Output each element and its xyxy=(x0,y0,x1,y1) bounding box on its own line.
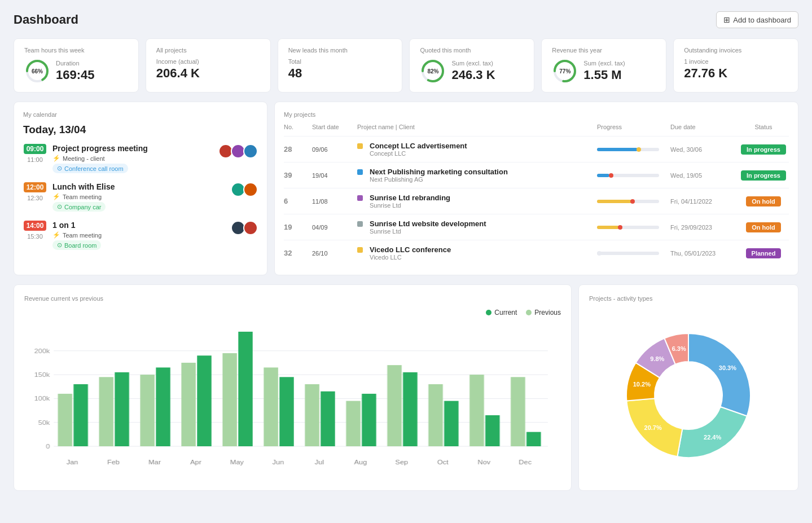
col-due-header: Due date xyxy=(670,124,738,130)
project-status: Planned xyxy=(738,248,789,258)
activity-chart-title: Projects - activity types xyxy=(589,295,788,302)
project-status: On hold xyxy=(738,196,789,206)
page-header: Dashboard ⊞ Add to dashboard xyxy=(14,11,798,28)
stat-label: Team hours this week xyxy=(24,47,128,54)
stat-value: 48 xyxy=(288,66,392,81)
project-due: Thu, 05/01/2023 xyxy=(670,250,738,257)
event-details: Project progress meeting ⚡ Meeting - cli… xyxy=(52,144,213,173)
projects-card: My projects No. Start date Project name … xyxy=(274,102,798,275)
projects-section-label: My projects xyxy=(284,111,789,118)
project-name-cell: Concept LLC advertisement Concept LLC xyxy=(357,142,597,157)
project-progress xyxy=(597,200,670,203)
stat-sub: Duration xyxy=(56,60,95,67)
event-meta: ⚡ Meeting - client xyxy=(52,155,213,162)
stat-sub: Sum (excl. tax) xyxy=(451,60,495,67)
project-progress xyxy=(597,148,670,151)
stat-label: Outstanding invoices xyxy=(684,47,788,54)
col-start-header: Start date xyxy=(312,124,357,130)
event-tag: ⊙ Board room xyxy=(52,240,101,250)
project-row-4[interactable]: 32 26/10 Vicedo LLC conference Vicedo LL… xyxy=(284,240,789,266)
avatar xyxy=(243,182,258,197)
stat-label: All projects xyxy=(156,47,260,54)
event-time: 09:00 11:00 xyxy=(23,144,47,164)
event-meta: ⚡ Team meeting xyxy=(52,231,225,239)
svg-text:22.4%: 22.4% xyxy=(704,434,721,441)
stat-card-0: Team hours this week 66% Duration 169:45 xyxy=(14,38,139,93)
event-title: 1 on 1 xyxy=(52,221,225,230)
project-no: 39 xyxy=(284,171,312,179)
revenue-chart-canvas xyxy=(24,311,561,469)
stat-sub: Income (actual) xyxy=(156,58,260,65)
calendar-event-0: 09:00 11:00 Project progress meeting ⚡ M… xyxy=(23,144,258,173)
event-tag: ⊙ Conference call room xyxy=(52,164,128,173)
svg-text:9.8%: 9.8% xyxy=(650,355,664,362)
calendar-card: My calendar Today, 13/04 09:00 11:00 Pro… xyxy=(14,102,267,275)
event-time: 12:00 12:30 xyxy=(23,182,47,202)
project-progress xyxy=(597,174,670,177)
project-due: Fri, 04/11/2022 xyxy=(670,198,738,205)
event-details: Lunch with Elise ⚡ Team meeting ⊙ Compan… xyxy=(52,182,225,212)
add-dashboard-button[interactable]: ⊞ Add to dashboard xyxy=(716,11,798,28)
stat-card-3: Quoted this month 82% Sum (excl. tax) 24… xyxy=(409,38,534,93)
stat-value: 206.4 K xyxy=(156,66,260,81)
project-row-2[interactable]: 6 11/08 Sunrise Ltd rebranding Sunrise L… xyxy=(284,188,789,214)
project-status: On hold xyxy=(738,222,789,232)
project-progress xyxy=(597,252,670,255)
event-details: 1 on 1 ⚡ Team meeting ⊙ Board room xyxy=(52,221,225,250)
project-start: 11/08 xyxy=(312,198,357,205)
svg-text:6.3%: 6.3% xyxy=(672,345,686,352)
project-start: 09/06 xyxy=(312,146,357,153)
main-row: My calendar Today, 13/04 09:00 11:00 Pro… xyxy=(14,102,798,275)
event-title: Project progress meeting xyxy=(52,144,213,153)
calendar-section-label: My calendar xyxy=(23,111,258,118)
stat-card-4: Revenue this year 77% Sum (excl. tax) 1.… xyxy=(541,38,666,93)
svg-text:20.7%: 20.7% xyxy=(644,424,662,431)
calendar-event-1: 12:00 12:30 Lunch with Elise ⚡ Team meet… xyxy=(23,182,258,212)
project-due: Wed, 19/05 xyxy=(670,172,738,179)
stat-sub: Sum (excl. tax) xyxy=(583,60,625,67)
project-row-0[interactable]: 28 09/06 Concept LLC advertisement Conce… xyxy=(284,136,789,162)
project-start: 26/10 xyxy=(312,250,357,257)
event-time: 14:00 15:30 xyxy=(23,221,47,240)
stat-circle: 82% xyxy=(420,58,446,84)
project-no: 19 xyxy=(284,223,312,231)
page-title: Dashboard xyxy=(14,12,78,27)
legend-current: Current xyxy=(486,309,517,317)
stat-value-row: 77% Sum (excl. tax) 1.55 M xyxy=(552,58,656,84)
stat-label: Quoted this month xyxy=(420,47,524,54)
stat-label: New leads this month xyxy=(288,47,392,54)
donut-chart-wrap: 30.3%22.4%20.7%10.2%9.8%6.3% xyxy=(589,311,788,480)
project-start: 19/04 xyxy=(312,172,357,179)
project-status: In progress xyxy=(738,144,789,155)
project-row-1[interactable]: 39 19/04 Next Publishing marketing consu… xyxy=(284,162,789,188)
stat-circle: 66% xyxy=(24,58,50,84)
stat-value-row: 82% Sum (excl. tax) 246.3 K xyxy=(420,58,524,84)
stat-card-5: Outstanding invoices 1 invoice 27.76 K xyxy=(673,38,798,93)
event-avatars xyxy=(218,144,258,159)
stat-circle: 77% xyxy=(552,58,578,84)
col-no-header: No. xyxy=(284,124,312,130)
avatar xyxy=(243,144,258,159)
revenue-card: Revenue current vs previous Current Prev… xyxy=(14,284,572,491)
stats-row: Team hours this week 66% Duration 169:45… xyxy=(14,38,798,93)
col-status-header: Status xyxy=(738,124,789,130)
stat-pct: 77% xyxy=(559,68,570,74)
stat-value: 27.76 K xyxy=(684,66,788,81)
project-due: Fri, 29/09/2023 xyxy=(670,224,738,231)
calendar-event-2: 14:00 15:30 1 on 1 ⚡ Team meeting ⊙ Boar… xyxy=(23,221,258,250)
stat-sub: Total xyxy=(288,58,392,65)
event-meta: ⚡ Team meeting xyxy=(52,193,225,200)
event-avatars xyxy=(231,182,258,197)
project-progress xyxy=(597,226,670,229)
bottom-row: Revenue current vs previous Current Prev… xyxy=(14,284,798,491)
project-name-cell: Sunrise Ltd website development Sunrise … xyxy=(357,219,597,235)
event-title: Lunch with Elise xyxy=(52,182,225,191)
event-tag: ⊙ Company car xyxy=(52,202,106,212)
col-name-header: Project name | Client xyxy=(357,124,597,130)
project-start: 04/09 xyxy=(312,224,357,231)
legend-previous: Previous xyxy=(526,309,561,317)
project-row-3[interactable]: 19 04/09 Sunrise Ltd website development… xyxy=(284,214,789,240)
stat-value: 169:45 xyxy=(56,68,95,82)
col-progress-header: Progress xyxy=(597,124,670,130)
stat-pct: 82% xyxy=(427,68,438,74)
